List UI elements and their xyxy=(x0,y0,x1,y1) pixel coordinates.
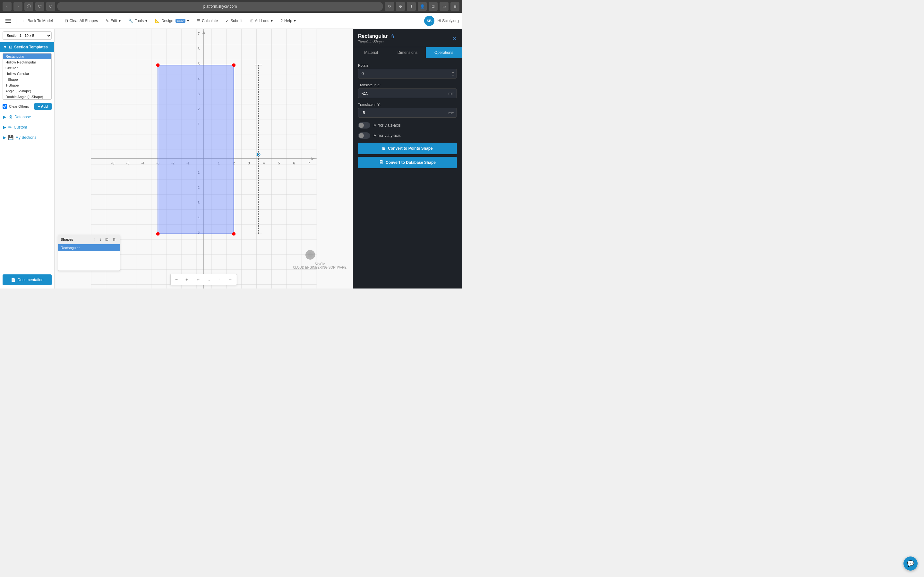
mirror-y-row: Mirror via y-axis xyxy=(358,132,457,139)
material-tab[interactable]: Material xyxy=(353,47,389,58)
clear-others-checkbox[interactable] xyxy=(3,104,7,109)
rotate-arrows: ▲ ▼ xyxy=(451,71,457,77)
convert-points-icon: ⊞ xyxy=(382,146,385,151)
addons-button[interactable]: ⊞ Add-ons ▾ xyxy=(247,17,276,25)
edit-button[interactable]: ✎ Edit ▾ xyxy=(102,17,124,25)
documentation-button[interactable]: 📄 Documentation xyxy=(3,274,52,285)
page-info-button[interactable]: ⓘ xyxy=(24,2,33,11)
shield-button-2[interactable]: 🛡 xyxy=(46,2,55,11)
template-item-double-angle[interactable]: Double Angle (L-Shape) xyxy=(3,94,51,100)
hamburger-line-2 xyxy=(5,21,11,21)
delete-shape-button[interactable]: 🗑 xyxy=(390,34,395,39)
shapes-item-rectangular[interactable]: Rectangular xyxy=(58,244,120,251)
svg-point-41 xyxy=(308,252,313,258)
template-item-t-shape[interactable]: T-Shape xyxy=(3,82,51,88)
settings-button[interactable]: ⚙ xyxy=(396,2,405,11)
shapes-copy-btn[interactable]: ⊡ xyxy=(104,237,110,242)
translate-z-input-wrapper: mm xyxy=(358,89,457,98)
svg-text:-6: -6 xyxy=(111,161,115,165)
window-button[interactable]: ⊡ xyxy=(429,2,438,11)
skyciv-logo-text: SkyCivCLOUD ENGINEERING SOFTWARE xyxy=(293,262,347,269)
custom-icon: ✏ xyxy=(8,125,12,130)
rotate-up-arrow[interactable]: ▲ xyxy=(451,71,455,74)
clear-others-label: Clear Others xyxy=(9,105,32,108)
profile-button[interactable]: 👤 xyxy=(418,2,427,11)
forward-button[interactable]: › xyxy=(13,2,23,11)
svg-text:-4: -4 xyxy=(142,161,145,165)
pan-left-button[interactable]: ← xyxy=(192,276,204,284)
template-item-hollow-circular[interactable]: Hollow Circular xyxy=(3,71,51,77)
tools-button[interactable]: 🔧 Tools ▾ xyxy=(125,17,150,25)
translate-z-input[interactable] xyxy=(358,89,457,98)
expand-icon: ▼ xyxy=(3,45,7,49)
calculate-label: Calculate xyxy=(202,19,218,23)
mirror-y-toggle[interactable] xyxy=(358,132,370,139)
mirror-z-toggle[interactable] xyxy=(358,122,370,129)
calculate-button[interactable]: ☰ Calculate xyxy=(194,17,221,25)
section-templates-header[interactable]: ▼ ⊡ Section Templates xyxy=(0,42,54,52)
back-button[interactable]: ‹ xyxy=(3,2,11,11)
addons-label: Add-ons xyxy=(255,19,270,23)
submit-icon: ✓ xyxy=(226,19,229,23)
template-item-circular[interactable]: Circular xyxy=(3,65,51,71)
address-bar[interactable]: platform.skyciv.com xyxy=(57,2,383,11)
back-to-model-button[interactable]: ← Back To Model xyxy=(19,17,56,25)
mirror-z-row: Mirror via z-axis xyxy=(358,122,457,129)
back-to-model-label: Back To Model xyxy=(27,19,53,23)
add-button[interactable]: + Add xyxy=(34,103,52,110)
translate-y-input[interactable] xyxy=(358,108,457,118)
section-select[interactable]: Section 1 - 10 x 5 xyxy=(3,31,52,40)
dimensions-tab[interactable]: Dimensions xyxy=(389,47,425,58)
shapes-delete-btn[interactable]: 🗑 xyxy=(111,237,118,242)
clear-all-shapes-button[interactable]: ⊟ Clear All Shapes xyxy=(61,17,102,25)
operations-tab[interactable]: Operations xyxy=(426,47,462,58)
svg-point-34 xyxy=(232,63,236,67)
template-item-hollow-rect[interactable]: Hollow Rectangular xyxy=(3,59,51,65)
right-panel-title-group: Rectangular 🗑 Template Shape xyxy=(358,33,395,44)
shapes-move-down-btn[interactable]: ↓ xyxy=(98,237,103,242)
edit-icon: ✎ xyxy=(105,19,109,23)
shapes-move-up-btn[interactable]: ↑ xyxy=(92,237,97,242)
user-name: Hi Scioly.org xyxy=(438,19,459,23)
skyciv-logo: SkyCivCLOUD ENGINEERING SOFTWARE xyxy=(293,248,347,269)
help-icon: ? xyxy=(280,19,283,23)
zoom-out-button[interactable]: − xyxy=(172,276,181,284)
canvas-area[interactable]: -6 -5 -4 -3 -2 -1 1 2 3 10 4 5 6 7 7 6 5… xyxy=(55,29,353,288)
hamburger-line-1 xyxy=(5,19,11,19)
convert-to-database-button[interactable]: 🗄 Convert to Database Shape xyxy=(358,157,457,168)
my-sections-item[interactable]: ▶ 💾 My Sections xyxy=(0,132,54,143)
my-sections-icon: 💾 xyxy=(8,135,13,140)
template-item-rectangular[interactable]: Rectangular xyxy=(3,53,51,59)
database-icon: 🗄 xyxy=(8,114,13,119)
hamburger-button[interactable] xyxy=(3,16,13,26)
rotate-input[interactable] xyxy=(359,69,451,78)
template-item-i-shape[interactable]: I-Shape xyxy=(3,77,51,82)
nav-separator-2 xyxy=(59,17,59,25)
template-item-angle[interactable]: Angle (L-Shape) xyxy=(3,88,51,94)
convert-to-points-button[interactable]: ⊞ Convert to Points Shape xyxy=(358,143,457,154)
shield-button-1[interactable]: 🛡 xyxy=(35,2,44,11)
design-button[interactable]: 📐 Design BETA ▾ xyxy=(152,17,192,25)
maximize-button[interactable]: ▭ xyxy=(439,2,449,11)
help-button[interactable]: ? Help ▾ xyxy=(277,17,299,25)
close-panel-button[interactable]: ✕ xyxy=(452,35,457,42)
pan-up-button[interactable]: ↑ xyxy=(215,276,223,284)
extend-button[interactable]: ⊞ xyxy=(451,2,459,11)
shapes-item-empty[interactable] xyxy=(58,251,120,271)
database-section-item[interactable]: ▶ 🗄 Database xyxy=(0,112,54,122)
edit-chevron-icon: ▾ xyxy=(119,19,121,23)
edit-label: Edit xyxy=(110,19,117,23)
help-label: Help xyxy=(284,19,292,23)
submit-button[interactable]: ✓ Submit xyxy=(222,17,246,25)
download-button[interactable]: ⬇ xyxy=(407,2,416,11)
refresh-button[interactable]: ↻ xyxy=(385,2,394,11)
custom-section-item[interactable]: ▶ ✏ Custom xyxy=(0,122,54,132)
clear-add-row: Clear Others + Add xyxy=(0,101,54,112)
pan-down-button[interactable]: ↓ xyxy=(205,276,213,284)
rotate-down-arrow[interactable]: ▼ xyxy=(451,74,455,77)
section-selector: Section 1 - 10 x 5 xyxy=(3,31,52,40)
zoom-in-button[interactable]: + xyxy=(182,276,191,284)
expand-icon: ▶ xyxy=(3,125,6,129)
top-nav: ← Back To Model ⊟ Clear All Shapes ✎ Edi… xyxy=(0,13,462,29)
pan-right-button[interactable]: → xyxy=(225,276,236,284)
